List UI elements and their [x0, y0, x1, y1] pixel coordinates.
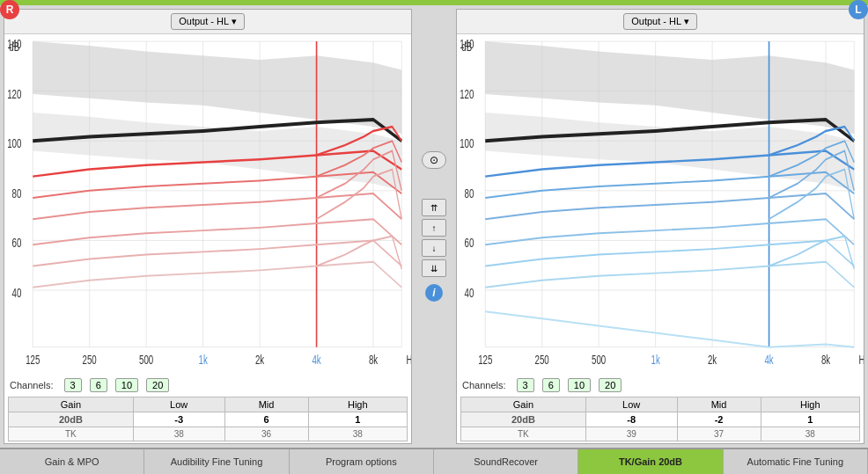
right-gain-value-row: 20dB -8 -2 1 [461, 412, 860, 427]
left-output-dropdown[interactable]: Output - HL ▾ [171, 13, 245, 30]
svg-text:Hz: Hz [407, 353, 411, 367]
svg-text:1k: 1k [199, 353, 209, 367]
right-tk-row: TK 39 37 38 [461, 427, 860, 441]
left-channels-label: Channels: [10, 380, 54, 390]
svg-text:100: 100 [460, 136, 474, 150]
up-arrow[interactable]: ↑ [422, 219, 446, 237]
svg-text:80: 80 [465, 186, 474, 201]
tab-soundrecover[interactable]: SoundRecover [434, 449, 578, 474]
double-down-arrow[interactable]: ⇊ [422, 259, 446, 277]
left-chart-header: Output - HL ▾ [4, 10, 411, 34]
svg-text:120: 120 [460, 87, 474, 101]
double-up-arrow[interactable]: ⇈ [422, 199, 446, 216]
svg-text:125: 125 [478, 353, 492, 367]
left-low-header: Low [133, 397, 224, 412]
left-chart-area: dB 140 120 100 80 60 40 125 250 500 1k 2… [4, 34, 411, 376]
right-chart-header: Output - HL ▾ [457, 10, 864, 34]
left-tk-label: TK [9, 427, 134, 441]
right-channel-20[interactable]: 20 [599, 378, 622, 392]
left-gain-table: Gain Low Mid High 20dB -3 6 1 [8, 397, 408, 441]
main-container: R L Output - HL ▾ [0, 0, 868, 474]
left-channel-20[interactable]: 20 [146, 378, 169, 392]
down-arrow[interactable]: ↓ [422, 239, 446, 257]
right-tk-label: TK [461, 427, 586, 441]
right-mid-header: Mid [677, 397, 761, 412]
svg-text:500: 500 [592, 353, 606, 367]
svg-text:2k: 2k [255, 353, 265, 367]
right-tk-low: 39 [585, 427, 677, 441]
right-badge: R [0, 0, 19, 19]
left-chart-svg: dB 140 120 100 80 60 40 125 250 500 1k 2… [4, 34, 411, 376]
tab-gain-mpo[interactable]: Gain & MPO [0, 449, 144, 474]
info-icon[interactable]: i [425, 284, 443, 302]
svg-text:8k: 8k [369, 353, 379, 367]
right-gain-value: 20dB [461, 412, 586, 427]
tab-bar: Gain & MPO Audibility Fine Tuning Progra… [0, 448, 868, 474]
right-output-dropdown[interactable]: Output - HL ▾ [623, 13, 697, 30]
right-low-header: Low [585, 397, 677, 412]
middle-controls: ⊙ ⇈ ↑ ↓ ⇊ i [412, 9, 456, 444]
left-high-header: High [308, 397, 407, 412]
svg-text:250: 250 [83, 353, 97, 367]
right-gain-table: Gain Low Mid High 20dB -8 -2 1 [460, 397, 860, 441]
svg-text:8k: 8k [821, 353, 831, 367]
right-gain-header: Gain [461, 397, 586, 412]
right-channel-10[interactable]: 10 [568, 378, 591, 392]
content-area: Output - HL ▾ [0, 5, 868, 448]
right-high-value: 1 [761, 412, 859, 427]
right-chart-area: dB 140 120 100 80 60 40 125 250 500 1k 2… [457, 34, 864, 376]
right-mid-value: -2 [677, 412, 761, 427]
right-tk-mid: 37 [677, 427, 761, 441]
svg-text:140: 140 [7, 37, 21, 51]
right-channel-3[interactable]: 3 [517, 378, 534, 392]
svg-text:2k: 2k [708, 353, 717, 367]
left-tk-low: 38 [133, 427, 224, 441]
left-channel-3[interactable]: 3 [64, 378, 82, 392]
right-channels-label: Channels: [462, 380, 506, 390]
left-channel-10[interactable]: 10 [115, 378, 138, 392]
right-channel-6[interactable]: 6 [542, 378, 560, 392]
svg-text:40: 40 [465, 286, 474, 300]
left-gain-table-container: Gain Low Mid High 20dB -3 6 1 [4, 395, 411, 443]
left-mid-header: Mid [224, 397, 308, 412]
right-chart-panel: Output - HL ▾ [456, 9, 864, 444]
left-chart-panel: Output - HL ▾ [4, 9, 412, 444]
left-gain-value-row: 20dB -3 6 1 [9, 412, 408, 427]
right-channels-section: Channels: 3 6 10 20 [457, 376, 864, 395]
svg-text:1k: 1k [651, 353, 661, 367]
svg-text:4k: 4k [764, 353, 774, 367]
left-low-value: -3 [133, 412, 224, 427]
svg-text:60: 60 [12, 237, 22, 251]
tab-audibility[interactable]: Audibility Fine Tuning [144, 449, 289, 474]
charts-and-controls: Output - HL ▾ [4, 9, 864, 444]
left-tk-mid: 36 [224, 427, 308, 441]
right-low-value: -8 [585, 412, 677, 427]
svg-text:140: 140 [460, 37, 474, 51]
svg-text:120: 120 [7, 87, 21, 101]
tab-auto-fine-tuning[interactable]: Automatic Fine Tuning [724, 449, 868, 474]
left-channel-6[interactable]: 6 [90, 378, 107, 392]
left-mid-value: 6 [224, 412, 308, 427]
svg-text:80: 80 [12, 186, 22, 201]
svg-text:60: 60 [465, 237, 474, 251]
svg-text:125: 125 [26, 353, 40, 367]
svg-text:500: 500 [139, 353, 153, 367]
left-high-value: 1 [308, 412, 407, 427]
right-chart-svg: dB 140 120 100 80 60 40 125 250 500 1k 2… [457, 34, 864, 376]
tab-tk-gain[interactable]: TK/Gain 20dB [578, 449, 723, 474]
left-tk-high: 38 [308, 427, 407, 441]
right-tk-high: 38 [761, 427, 859, 441]
left-gain-value: 20dB [9, 412, 134, 427]
tab-program-options[interactable]: Program options [290, 449, 434, 474]
svg-text:100: 100 [7, 136, 21, 150]
left-gain-header: Gain [9, 397, 134, 412]
svg-text:4k: 4k [312, 353, 321, 367]
svg-text:250: 250 [535, 353, 549, 367]
left-channels-section: Channels: 3 6 10 20 [4, 376, 411, 395]
svg-text:Hz: Hz [859, 353, 864, 367]
right-high-header: High [761, 397, 859, 412]
left-tk-row: TK 38 36 38 [9, 427, 408, 441]
link-icon[interactable]: ⊙ [422, 151, 446, 169]
svg-text:40: 40 [12, 286, 22, 300]
right-gain-table-container: Gain Low Mid High 20dB -8 -2 1 [457, 395, 864, 443]
